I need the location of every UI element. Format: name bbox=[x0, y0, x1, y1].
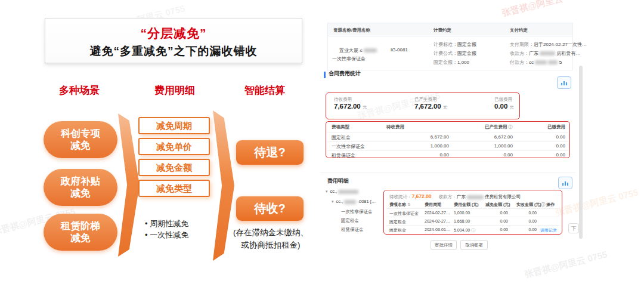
stat-value: 7,672.00 bbox=[414, 103, 441, 110]
section-accent-bar bbox=[324, 72, 326, 78]
col-header-payment-terms: 支付约定 bbox=[510, 27, 528, 33]
page: 张晋祺@阿里云 0755 张晋祺@阿里云 0755 张晋祺@阿里云 0755 张… bbox=[0, 0, 644, 302]
pill-text: 减免 bbox=[44, 187, 117, 199]
agreement-table-header: 资源名称/费用名称 计费约定 支付约定 bbox=[328, 23, 572, 36]
resource-name: 置业大厦-c bbox=[339, 47, 377, 54]
stat-value: 0.00 bbox=[494, 103, 507, 110]
bullet-onetime: • 一次性减免 bbox=[145, 230, 188, 241]
fee-row-paid: 0.00 bbox=[506, 134, 565, 140]
stat-value: 7,672.00 bbox=[334, 103, 361, 110]
detail-row-reduction: 0.00 bbox=[483, 219, 508, 223]
reduction-box-unit-price: 减免单价 bbox=[138, 138, 210, 155]
payee-value: 住房租赁有限公司 bbox=[485, 194, 521, 199]
slide-title-box: “分层减免” 避免“多重减免”之下的漏收错收 bbox=[45, 18, 302, 63]
detail-col-action: 操作 bbox=[546, 202, 555, 208]
chart-view-button[interactable] bbox=[558, 177, 572, 189]
fee-row-type: 租赁保证金 bbox=[332, 152, 355, 159]
billing-value: 固定金额 bbox=[457, 51, 476, 56]
billing-value: 固定金额 bbox=[457, 42, 476, 47]
pill-text: 租赁阶梯 bbox=[44, 220, 117, 232]
payment-label: 支付期限： bbox=[510, 42, 534, 47]
resource-code: IG-0081 bbox=[391, 47, 408, 53]
billing-label: 固定金额： bbox=[434, 60, 457, 65]
approval-detail-button[interactable]: 审批详情 bbox=[431, 240, 457, 250]
info-icon[interactable]: ⓘ bbox=[509, 125, 513, 129]
scrollbar-thumb[interactable] bbox=[579, 66, 583, 239]
payee-label: 收款方： bbox=[439, 194, 457, 199]
redacted-text bbox=[535, 60, 547, 64]
watermark: 张晋祺@阿里云 0755 bbox=[555, 187, 640, 218]
fee-row-type: 一次性非保证金 bbox=[332, 143, 365, 150]
page-down-button[interactable]: 下 bbox=[568, 223, 579, 233]
result-refund-badge: 待退? bbox=[236, 140, 304, 165]
pill-text: 科创专项 bbox=[44, 128, 117, 140]
detail-row-period: 2024-03-01… bbox=[425, 227, 450, 232]
stat-label: 待收费用 bbox=[334, 97, 367, 103]
fee-row-pending: 0.00 bbox=[388, 152, 449, 158]
detail-row-amount: 5,004.00 ⓘ bbox=[454, 227, 475, 233]
stat-unit: 元 bbox=[363, 105, 367, 109]
section-title-contract-fees: 合同费用统计 bbox=[329, 70, 361, 78]
stat-unit: 元 bbox=[443, 105, 447, 109]
detail-row-reduction: 0.00 bbox=[483, 227, 508, 232]
caption-line: 或协商抵扣租金) bbox=[223, 239, 318, 252]
scenario-pill-ladder: 租赁阶梯 减免 bbox=[44, 214, 117, 251]
slide-title-main: “分层减免” bbox=[45, 25, 302, 42]
payee-value: 广东 bbox=[457, 194, 466, 199]
info-icon[interactable]: ⓘ bbox=[541, 202, 546, 207]
detail-row-reduction: 0.00 bbox=[483, 211, 508, 215]
info-icon[interactable]: ⓘ bbox=[471, 228, 475, 232]
tree-leaf-deposit[interactable]: 一次性非保证金 bbox=[341, 209, 373, 215]
pill-text: 减免 bbox=[44, 232, 117, 244]
flow-arrow-icon bbox=[118, 113, 140, 257]
tree-leaf-fixed-rent[interactable]: 固定租金 bbox=[341, 218, 359, 224]
row-divider bbox=[327, 132, 568, 132]
slide-title-sub: 避免“多重减免”之下的漏收错收 bbox=[45, 44, 302, 59]
resource-fee-name: 一次性非保证金 bbox=[332, 56, 366, 62]
payment-value: 广东 bbox=[529, 51, 538, 56]
pill-text: 减免 bbox=[44, 140, 117, 152]
tree-node-text: cc., bbox=[330, 189, 338, 194]
payment-value: 5 bbox=[559, 60, 562, 65]
payment-line: 收款方：广东 房租赁有… bbox=[510, 50, 580, 57]
reduction-box-period: 减免周期 bbox=[138, 117, 210, 134]
col-header-resource-name: 资源名称/费用名称 bbox=[333, 27, 370, 33]
chevron-down-icon: ▾ bbox=[326, 189, 328, 193]
detail-col-name[interactable]: 费项名称 ⇅ bbox=[389, 202, 411, 208]
billing-label: 计费标准： bbox=[434, 42, 457, 47]
payment-label: 收款方： bbox=[510, 51, 529, 56]
tree-node-contract[interactable]: ▾ cc., bbox=[326, 189, 358, 194]
chart-view-button[interactable] bbox=[557, 76, 571, 89]
detail-row-period: 2024-02-27… bbox=[425, 211, 450, 215]
billing-line: 固定金额：1,000 bbox=[434, 59, 469, 66]
detail-row-actual: 0.00 bbox=[512, 219, 537, 223]
detail-col-period: 费用周期 bbox=[425, 202, 441, 208]
row-divider bbox=[386, 217, 559, 217]
stat-pending: 待收费用 7,672.00 元 bbox=[334, 97, 367, 110]
billing-line: 计费公式：固定金额 bbox=[434, 50, 476, 57]
agreement-table: 资源名称/费用名称 计费约定 支付约定 置业大厦-c IG-0081 一次性非保… bbox=[327, 23, 573, 70]
detail-row-amount: 1,000.00 bbox=[454, 211, 470, 215]
tree-node-resource[interactable]: ▾ cc., -0081 [… bbox=[332, 199, 376, 204]
redacted-text bbox=[467, 195, 484, 199]
fee-col-incurred: 已产生费用 ⓘ bbox=[485, 124, 513, 130]
adjust-record-link[interactable]: 调整记录 bbox=[540, 227, 557, 233]
stat-paid: 已缴费用 0.00 元 bbox=[494, 97, 514, 110]
billing-line: 计费标准：固定金额 bbox=[434, 41, 476, 48]
col-header-billing-terms: 计费约定 bbox=[434, 27, 451, 33]
tree-leaf-lease-deposit[interactable]: 租赁保证金 bbox=[341, 227, 364, 233]
tree-node-text: -0081 [… bbox=[357, 199, 376, 204]
bar-chart-icon bbox=[562, 180, 569, 186]
sort-icon: ⇅ bbox=[407, 202, 411, 207]
detail-col-reduction: 减免金额 (元) bbox=[485, 202, 510, 208]
cancel-sign-button[interactable]: 取消签署 bbox=[460, 240, 488, 250]
redacted-text bbox=[338, 190, 358, 194]
row-divider bbox=[386, 208, 559, 209]
detail-row-name: 一次性非保证金 bbox=[389, 211, 419, 217]
fee-row-paid: 0.00 bbox=[506, 152, 565, 158]
row-divider bbox=[327, 141, 568, 142]
result-collect-badge: 待收? bbox=[236, 196, 304, 221]
fee-col-pending: 待收费用 bbox=[386, 124, 404, 130]
slide-caption: (存在滞纳金未缴纳、 或协商抵扣租金) bbox=[223, 227, 318, 252]
payment-line: 支付期限：启于2024-02-27一次性… bbox=[510, 41, 587, 48]
